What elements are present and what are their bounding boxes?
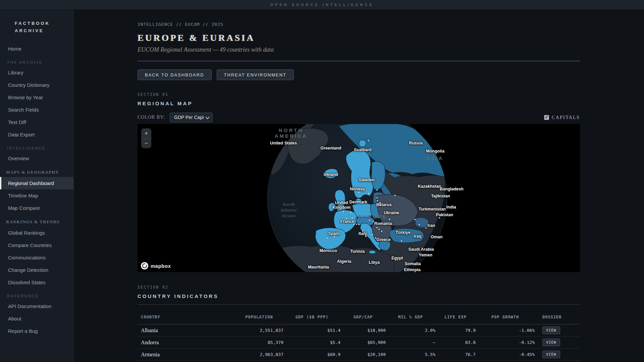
capital-dot: [369, 220, 370, 221]
sidebar-section-rankings-trends: RANKINGS & TRENDS: [0, 214, 73, 227]
sidebar-item-overview[interactable]: Overview: [0, 152, 73, 165]
sidebar-item-about[interactable]: About: [0, 312, 73, 325]
capital-dot: [362, 230, 363, 232]
map-label-ukraine: Ukraine: [384, 210, 399, 215]
map-label-saudi-arabia: Saudi Arabia: [408, 247, 434, 252]
map-label-tunisia: Tunisia: [350, 249, 365, 254]
capital-dot: [334, 236, 335, 237]
capital-dot: [376, 227, 378, 228]
cell-mil: 1.0%: [386, 361, 435, 362]
color-by-select[interactable]: GDP Per Capita: [170, 113, 213, 122]
map-label-russia: Russia: [409, 141, 423, 145]
cell-gdp_cap: $20,100: [340, 349, 386, 361]
logo-line-2: ARCHIVE: [15, 27, 73, 35]
map-label-t-rkiye: Türkiye: [395, 230, 410, 235]
table-row-armenia: Armenia2,963,837$60.9$20,1005.5%76.7-0.4…: [138, 349, 580, 361]
cell-population: 9,174,390: [235, 361, 283, 362]
capital-dot: [425, 227, 427, 229]
table-row-andorra: Andorra85,370$5.4$65,900—83.8-0.12%VIEW: [138, 337, 580, 349]
map-label-egypt: Egypt: [391, 256, 403, 260]
zoom-out-button[interactable]: −: [141, 138, 151, 148]
zoom-in-button[interactable]: +: [141, 128, 151, 138]
map-label-morocco: Morocco: [319, 248, 337, 253]
sidebar-nav: HomeTHE ARCHIVELibraryCountry Dictionary…: [0, 35, 73, 337]
mapbox-icon: [141, 262, 148, 269]
cell-mil: 2.0%: [386, 324, 435, 337]
map-label-iceland: Iceland: [324, 172, 338, 177]
capital-dot: [401, 240, 402, 242]
map-label-pakistan: Pakistan: [436, 213, 453, 217]
column-header-mil-gdp: MIL % GDP: [386, 305, 435, 324]
logo-line-1: FACTBOOK: [15, 20, 73, 27]
mapbox-attribution[interactable]: mapbox: [141, 262, 171, 269]
sidebar-item-map-compare[interactable]: Map Compare: [0, 202, 73, 214]
view-dossier-button[interactable]: VIEW: [542, 351, 560, 358]
sidebar-item-text-diff[interactable]: Text Diff: [0, 116, 73, 128]
app-logo: FACTBOOK ARCHIVE: [0, 10, 73, 35]
map-label-iraq: Iraq: [414, 234, 421, 239]
sidebar-item-api-documentation[interactable]: API Documentation: [0, 300, 73, 312]
cell-population: 2,551,837: [235, 324, 283, 337]
cell-gdp: $51.4: [283, 324, 340, 337]
capital-dot: [326, 237, 328, 239]
main-content: INTELLIGENCE // EUCOM // 2025 EUROPE & E…: [74, 10, 644, 362]
capital-dot: [379, 202, 381, 203]
sidebar-item-library[interactable]: Library: [0, 66, 73, 79]
capital-dot: [378, 229, 380, 230]
sidebar-item-dissolved-states[interactable]: Dissolved States: [0, 276, 73, 289]
map-label-tajikistan: Tajikistan: [431, 194, 450, 198]
sidebar-item-search-fields[interactable]: Search Fields: [0, 104, 73, 116]
capital-dot: [342, 211, 344, 213]
capital-dot: [358, 192, 360, 193]
threat-environment-button[interactable]: THREAT ENVIRONMENT: [217, 69, 294, 80]
capital-dot: [368, 193, 369, 194]
capital-dot: [439, 217, 440, 219]
sidebar-item-communications[interactable]: Communications: [0, 251, 73, 264]
map-label-iran: Iran: [427, 223, 435, 228]
sidebar-item-change-detection[interactable]: Change Detection: [0, 264, 73, 276]
column-header-country: COUNTRY: [138, 305, 235, 324]
map-label-oman: Oman: [431, 235, 442, 239]
capital-dot: [358, 224, 360, 225]
cell-mil: —: [386, 337, 435, 349]
capital-dot: [377, 200, 378, 201]
view-dossier-button[interactable]: VIEW: [542, 339, 560, 346]
cell-country: Albania: [138, 324, 235, 337]
cell-growth: -1.06%: [476, 324, 535, 337]
sidebar-item-global-rankings[interactable]: Global Rankings: [0, 227, 73, 239]
regional-map[interactable]: NORTH AMERICAASIAEUROPENorth Atlantic Oc…: [138, 124, 580, 272]
view-dossier-button[interactable]: VIEW: [542, 326, 560, 334]
breadcrumb: INTELLIGENCE // EUCOM // 2025: [138, 22, 580, 27]
cell-life: 79.9: [435, 324, 476, 337]
sidebar-item-regional-dashboard[interactable]: Regional Dashboard: [0, 177, 73, 189]
map-labels-layer: NORTH AMERICAASIAEUROPENorth Atlantic Oc…: [138, 124, 580, 272]
sidebar-item-browse-by-year[interactable]: Browse by Year: [0, 91, 73, 104]
column-header-population: POPULATION: [235, 305, 283, 324]
map-label-north-atlantic-ocean: North Atlantic Ocean: [280, 201, 298, 219]
map-label-italy: Italy: [359, 231, 367, 236]
map-label-belarus: Belarus: [376, 202, 392, 207]
back-to-dashboard-button[interactable]: BACK TO DASHBOARD: [138, 69, 212, 80]
section-2-kicker: SECTION 02: [138, 285, 580, 290]
capital-dot: [350, 212, 352, 213]
section-1-kicker: SECTION 01: [138, 92, 580, 97]
capitals-checkbox[interactable]: [544, 115, 549, 120]
map-label-kazakhstan: Kazakhstan: [418, 184, 441, 189]
sidebar-item-home[interactable]: Home: [0, 43, 73, 55]
sidebar-item-timeline-map[interactable]: Timeline Map: [0, 189, 73, 202]
capital-dot: [326, 174, 328, 175]
sidebar-item-country-dictionary[interactable]: Country Dictionary: [0, 79, 73, 91]
sidebar-item-report-a-bug[interactable]: Report a Bug: [0, 325, 73, 337]
cell-dossier: VIEW: [535, 349, 580, 361]
cell-gdp: $581.1: [283, 361, 340, 362]
divider: [138, 61, 580, 61]
capital-dot: [373, 221, 374, 222]
sidebar-item-compare-countries[interactable]: Compare Countries: [0, 239, 73, 251]
map-label-bangladesh: Bangladesh: [440, 187, 464, 191]
capital-dot: [376, 197, 378, 198]
column-header-pop-growth: POP GROWTH: [476, 305, 535, 324]
sidebar-item-data-export[interactable]: Data Export: [0, 128, 73, 141]
capital-dot: [376, 189, 378, 191]
capitals-toggle: CAPITALS: [544, 115, 580, 120]
capitals-label: CAPITALS: [552, 115, 580, 120]
